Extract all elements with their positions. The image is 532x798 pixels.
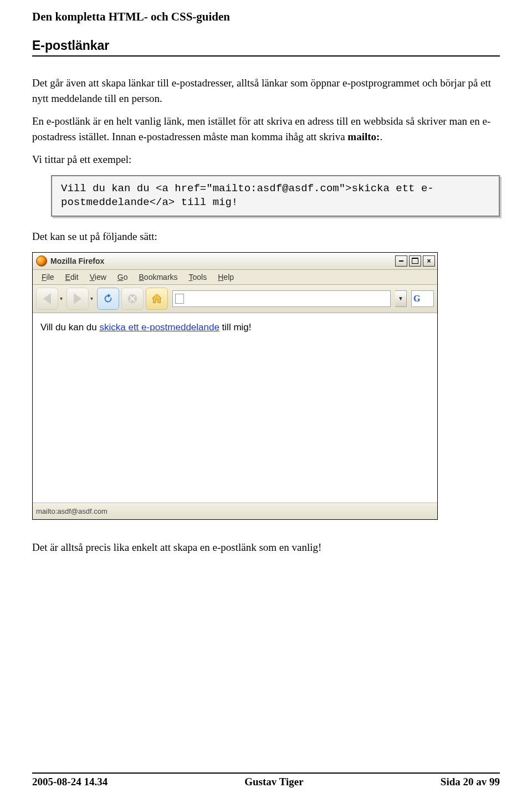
section-heading: E-postlänkar <box>32 38 500 53</box>
firefox-icon <box>36 255 47 267</box>
stop-icon <box>126 293 139 305</box>
menu-view[interactable]: View <box>84 272 112 283</box>
reload-icon <box>102 293 114 305</box>
content-pre: Vill du kan du <box>40 322 99 332</box>
url-dropdown[interactable]: ▼ <box>395 290 407 307</box>
maximize-button[interactable] <box>409 255 421 267</box>
footer-author: Gustav Tiger <box>244 776 303 788</box>
close-button[interactable]: × <box>423 255 435 267</box>
page-footer: 2005-08-24 14.34 Gustav Tiger Sida 20 av… <box>0 773 532 788</box>
browser-content: Vill du kan du skicka ett e-postmeddelan… <box>33 313 437 503</box>
menu-go[interactable]: Go <box>112 272 134 283</box>
explain-paragraph: En e-postlänk är en helt vanlig länk, me… <box>32 114 500 144</box>
toolbar: ▼ G <box>33 285 437 313</box>
menubar: File Edit View Go Bookmarks Tools Help <box>33 270 437 285</box>
menu-bookmarks[interactable]: Bookmarks <box>134 272 183 283</box>
browser-window: Mozilla Firefox × File Edit View Go Book… <box>32 252 438 520</box>
closing-paragraph: Det är alltså precis lika enkelt att ska… <box>32 540 500 555</box>
search-field[interactable]: G <box>411 290 434 307</box>
browser-title: Mozilla Firefox <box>50 257 104 265</box>
status-text: mailto:asdf@asdf.com <box>36 507 108 515</box>
intro-paragraph: Det går även att skapa länkar till e-pos… <box>32 75 500 106</box>
statusbar: mailto:asdf@asdf.com <box>33 503 437 519</box>
menu-help[interactable]: Help <box>212 272 239 283</box>
home-icon <box>150 293 163 305</box>
example-lede: Vi tittar på ett exempel: <box>32 152 500 167</box>
forward-history-dropdown[interactable] <box>88 295 95 301</box>
url-field[interactable] <box>172 290 391 307</box>
page-icon <box>175 294 184 304</box>
content-post: till mig! <box>219 322 252 332</box>
mailto-term: mailto: <box>347 131 380 142</box>
explain-text-2: . <box>380 131 382 142</box>
home-button[interactable] <box>146 288 168 310</box>
document-title: Den kompletta HTML- och CSS-guiden <box>32 10 500 24</box>
minimize-button[interactable] <box>395 255 407 267</box>
section-rule <box>32 55 500 57</box>
footer-date: 2005-08-24 14.34 <box>32 776 108 788</box>
menu-edit[interactable]: Edit <box>60 272 84 283</box>
stop-button[interactable] <box>121 288 144 310</box>
menu-file[interactable]: File <box>36 272 60 283</box>
browser-titlebar: Mozilla Firefox × <box>33 253 437 270</box>
code-block-wrapper: Vill du kan du <a href="mailto:asdf@asdf… <box>51 175 500 217</box>
google-icon: G <box>413 294 420 304</box>
back-history-dropdown[interactable] <box>58 295 64 301</box>
footer-page: Sida 20 av 99 <box>441 776 500 788</box>
explain-text-1: En e-postlänk är en helt vanlig länk, me… <box>32 115 490 142</box>
menu-tools[interactable]: Tools <box>183 272 213 283</box>
forward-button[interactable] <box>66 288 89 310</box>
code-block: Vill du kan du <a href="mailto:asdf@asdf… <box>51 175 500 217</box>
footer-rule <box>32 773 500 774</box>
result-lede: Det kan se ut på följande sätt: <box>32 229 500 244</box>
back-button[interactable] <box>36 288 58 310</box>
mailto-link[interactable]: skicka ett e-postmeddelande <box>99 322 219 332</box>
reload-button[interactable] <box>97 288 119 310</box>
